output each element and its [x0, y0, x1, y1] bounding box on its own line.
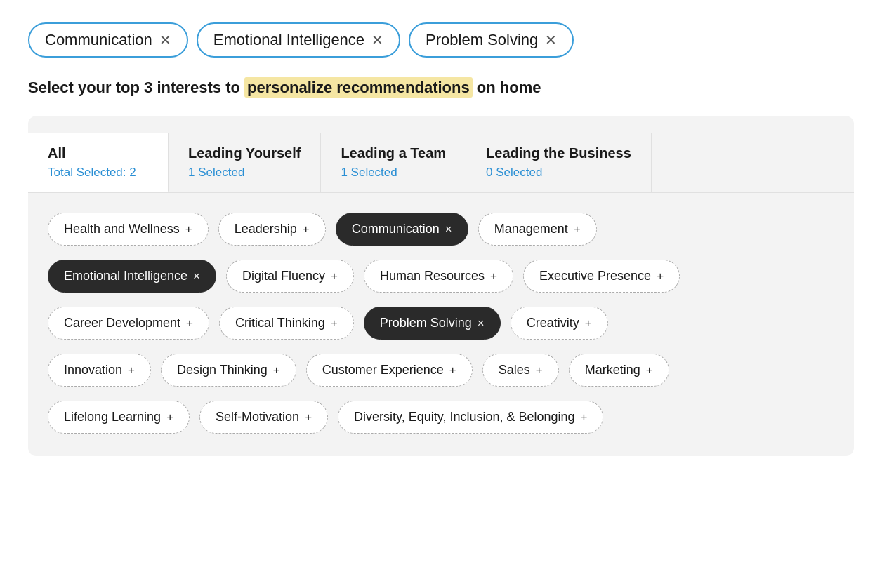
chips-area: Health and Wellness+Leadership+Communica…	[28, 213, 854, 434]
selected-tag-emotional-intelligence[interactable]: Emotional Intelligence✕	[197, 22, 400, 58]
chip-creativity[interactable]: Creativity+	[511, 307, 608, 340]
tab-sub-leading-yourself: 1 Selected	[188, 166, 301, 180]
chip-self-motivation[interactable]: Self-Motivation+	[199, 401, 328, 434]
chip-label: Lifelong Learning	[64, 410, 161, 425]
chip-marketing[interactable]: Marketing+	[569, 354, 669, 387]
selected-tag-label: Problem Solving	[426, 31, 538, 49]
chip-label: Human Resources	[380, 269, 485, 283]
chips-row-3: Innovation+Design Thinking+Customer Expe…	[48, 354, 834, 387]
selected-tag-label: Emotional Intelligence	[213, 31, 364, 49]
chip-dei[interactable]: Diversity, Equity, Inclusion, & Belongin…	[338, 401, 603, 434]
add-icon[interactable]: +	[449, 364, 456, 376]
chip-emotional-intelligence[interactable]: Emotional Intelligence×	[48, 260, 216, 293]
chips-row-0: Health and Wellness+Leadership+Communica…	[48, 213, 834, 246]
chip-human-resources[interactable]: Human Resources+	[364, 260, 513, 293]
chip-label: Self-Motivation	[216, 410, 299, 425]
tab-leading-the-business[interactable]: Leading the Business 0 Selected	[466, 133, 652, 192]
close-icon[interactable]: ✕	[159, 33, 171, 47]
chip-label: Digital Fluency	[242, 269, 325, 283]
selected-tag-label: Communication	[45, 31, 152, 49]
chip-digital-fluency[interactable]: Digital Fluency+	[226, 260, 354, 293]
add-icon[interactable]: +	[186, 317, 193, 329]
remove-icon[interactable]: ×	[445, 223, 452, 235]
tabs-container: All Total Selected: 2 Leading Yourself 1…	[28, 133, 854, 193]
heading-prefix: Select your top 3 interests to	[28, 79, 244, 96]
tab-all[interactable]: All Total Selected: 2	[28, 133, 169, 192]
chip-label: Executive Presence	[539, 269, 651, 283]
add-icon[interactable]: +	[273, 364, 280, 376]
selected-tag-communication[interactable]: Communication✕	[28, 22, 188, 58]
chip-sales[interactable]: Sales+	[482, 354, 559, 387]
chip-label: Diversity, Equity, Inclusion, & Belongin…	[354, 410, 574, 425]
chip-innovation[interactable]: Innovation+	[48, 354, 151, 387]
tab-sub-all: Total Selected: 2	[48, 166, 148, 180]
chip-label: Management	[494, 222, 568, 236]
main-panel: All Total Selected: 2 Leading Yourself 1…	[28, 116, 854, 456]
add-icon[interactable]: +	[490, 270, 497, 282]
tab-title-all: All	[48, 145, 148, 161]
chip-leadership[interactable]: Leadership+	[218, 213, 326, 246]
chip-label: Critical Thinking	[235, 316, 325, 330]
chip-label: Health and Wellness	[64, 222, 180, 236]
add-icon[interactable]: +	[536, 364, 543, 376]
add-icon[interactable]: +	[331, 317, 338, 329]
chip-lifelong-learning[interactable]: Lifelong Learning+	[48, 401, 190, 434]
remove-icon[interactable]: ×	[193, 270, 200, 282]
chips-row-2: Career Development+Critical Thinking+Pro…	[48, 307, 834, 340]
chip-management[interactable]: Management+	[478, 213, 597, 246]
add-icon[interactable]: +	[581, 411, 588, 423]
selected-tags-container: Communication✕Emotional Intelligence✕Pro…	[28, 22, 854, 58]
close-icon[interactable]: ✕	[371, 33, 383, 47]
chips-row-4: Lifelong Learning+Self-Motivation+Divers…	[48, 401, 834, 434]
chip-label: Design Thinking	[177, 363, 268, 377]
add-icon[interactable]: +	[305, 411, 312, 423]
tab-sub-leading-the-business: 0 Selected	[486, 166, 631, 180]
heading-suffix: on home	[473, 79, 541, 96]
chip-critical-thinking[interactable]: Critical Thinking+	[219, 307, 354, 340]
add-icon[interactable]: +	[585, 317, 592, 329]
tab-title-leading-the-business: Leading the Business	[486, 145, 631, 161]
chip-label: Creativity	[527, 316, 579, 330]
remove-icon[interactable]: ×	[478, 317, 485, 329]
chip-career-development[interactable]: Career Development+	[48, 307, 209, 340]
chip-label: Communication	[352, 222, 440, 236]
chip-label: Marketing	[585, 363, 640, 377]
chip-label: Problem Solving	[380, 316, 472, 330]
chip-design-thinking[interactable]: Design Thinking+	[161, 354, 296, 387]
add-icon[interactable]: +	[166, 411, 173, 423]
tab-sub-leading-a-team: 1 Selected	[341, 166, 446, 180]
heading: Select your top 3 interests to personali…	[28, 77, 854, 99]
add-icon[interactable]: +	[646, 364, 653, 376]
selected-tag-problem-solving[interactable]: Problem Solving✕	[409, 22, 574, 58]
tab-leading-yourself[interactable]: Leading Yourself 1 Selected	[169, 133, 321, 192]
chip-label: Emotional Intelligence	[64, 269, 187, 283]
chip-health-wellness[interactable]: Health and Wellness+	[48, 213, 209, 246]
add-icon[interactable]: +	[128, 364, 135, 376]
close-icon[interactable]: ✕	[545, 33, 557, 47]
chip-executive-presence[interactable]: Executive Presence+	[523, 260, 680, 293]
tab-title-leading-yourself: Leading Yourself	[188, 145, 301, 161]
tab-leading-a-team[interactable]: Leading a Team 1 Selected	[321, 133, 466, 192]
chip-label: Career Development	[64, 316, 180, 330]
tab-title-leading-a-team: Leading a Team	[341, 145, 446, 161]
chip-label: Leadership	[235, 222, 297, 236]
chip-problem-solving[interactable]: Problem Solving×	[364, 307, 501, 340]
add-icon[interactable]: +	[657, 270, 664, 282]
chip-communication[interactable]: Communication×	[336, 213, 468, 246]
add-icon[interactable]: +	[185, 223, 192, 235]
chip-label: Innovation	[64, 363, 122, 377]
heading-highlight: personalize recommendations	[244, 77, 473, 98]
add-icon[interactable]: +	[331, 270, 338, 282]
chip-label: Customer Experience	[322, 363, 444, 377]
add-icon[interactable]: +	[303, 223, 310, 235]
chip-label: Sales	[499, 363, 530, 377]
chip-customer-experience[interactable]: Customer Experience+	[306, 354, 473, 387]
add-icon[interactable]: +	[574, 223, 581, 235]
chips-row-1: Emotional Intelligence×Digital Fluency+H…	[48, 260, 834, 293]
